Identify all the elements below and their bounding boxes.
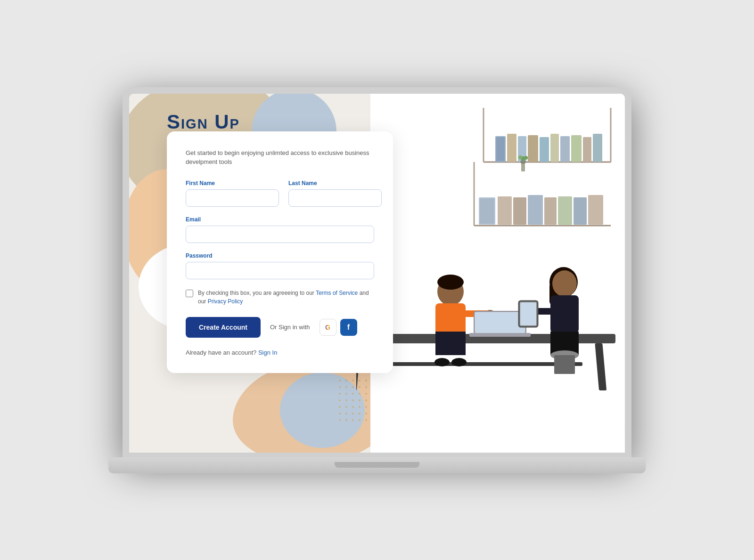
svg-rect-11 <box>550 134 559 162</box>
google-signin-button[interactable]: G <box>320 319 336 336</box>
last-name-input[interactable] <box>288 189 382 207</box>
svg-rect-26 <box>544 197 557 225</box>
svg-rect-44 <box>469 333 531 337</box>
svg-rect-39 <box>435 332 466 355</box>
first-name-group: First Name <box>186 180 279 207</box>
svg-rect-43 <box>475 312 525 333</box>
svg-rect-51 <box>520 302 536 325</box>
illustration-svg <box>356 94 625 452</box>
password-row: Password <box>186 252 374 279</box>
svg-point-40 <box>434 358 450 366</box>
terms-checkbox-row: By checking this box, you are agreeeing … <box>186 289 374 306</box>
name-row: First Name Last Name <box>186 180 374 207</box>
terms-checkbox[interactable] <box>186 290 193 297</box>
page-title: Sign Up <box>167 111 240 133</box>
screen-content: Sign Up Get started to begin enjoying un… <box>129 94 625 453</box>
svg-rect-12 <box>560 136 570 162</box>
signin-row: Already have an account? Sign In <box>186 349 374 356</box>
svg-rect-48 <box>550 295 579 333</box>
svg-point-41 <box>451 358 467 366</box>
svg-rect-27 <box>558 196 572 225</box>
svg-rect-13 <box>571 135 582 162</box>
svg-point-20 <box>524 156 528 160</box>
svg-point-35 <box>437 275 464 290</box>
svg-rect-22 <box>480 198 494 224</box>
terms-link[interactable]: Terms of Service <box>316 290 358 296</box>
svg-rect-25 <box>528 195 543 225</box>
signin-link[interactable]: Sign In <box>258 349 277 356</box>
svg-rect-23 <box>498 196 512 225</box>
action-row: Create Account Or Sign in with G f <box>186 317 374 338</box>
svg-rect-32 <box>595 343 606 390</box>
password-input[interactable] <box>186 262 374 279</box>
or-signin-text: Or Sign in with <box>270 324 310 331</box>
svg-rect-24 <box>513 197 526 225</box>
create-account-button[interactable]: Create Account <box>186 317 261 338</box>
form-subtitle: Get started to begin enjoying unlimted a… <box>186 148 374 167</box>
email-label: Email <box>186 216 374 223</box>
svg-rect-6 <box>496 137 505 161</box>
svg-rect-29 <box>588 195 603 225</box>
last-name-group: Last Name <box>288 180 382 207</box>
svg-rect-54 <box>554 355 575 374</box>
svg-rect-15 <box>593 134 602 162</box>
already-text: Already have an account? <box>186 349 256 356</box>
illustration-area <box>356 94 625 453</box>
svg-rect-7 <box>507 134 516 162</box>
signup-form-card: Get started to begin enjoying unlimted a… <box>167 131 393 373</box>
facebook-icon: f <box>347 323 350 332</box>
svg-rect-9 <box>528 135 538 162</box>
svg-point-47 <box>552 270 577 297</box>
svg-rect-10 <box>540 137 549 162</box>
google-icon: G <box>325 324 330 331</box>
email-group: Email <box>186 216 374 243</box>
facebook-signin-button[interactable]: f <box>340 319 357 336</box>
last-name-label: Last Name <box>288 180 382 187</box>
terms-label: By checking this box, you are agreeeing … <box>198 289 374 306</box>
privacy-link[interactable]: Privacy Policy <box>208 298 243 305</box>
svg-rect-28 <box>574 197 587 225</box>
social-icons: G f <box>320 319 357 336</box>
email-input[interactable] <box>186 226 374 243</box>
svg-rect-33 <box>380 362 582 366</box>
svg-rect-14 <box>583 137 591 162</box>
email-row: Email <box>186 216 374 243</box>
first-name-input[interactable] <box>186 189 279 207</box>
password-group: Password <box>186 252 374 279</box>
password-label: Password <box>186 252 374 259</box>
svg-point-19 <box>518 155 522 159</box>
first-name-label: First Name <box>186 180 279 187</box>
svg-rect-36 <box>435 303 466 335</box>
